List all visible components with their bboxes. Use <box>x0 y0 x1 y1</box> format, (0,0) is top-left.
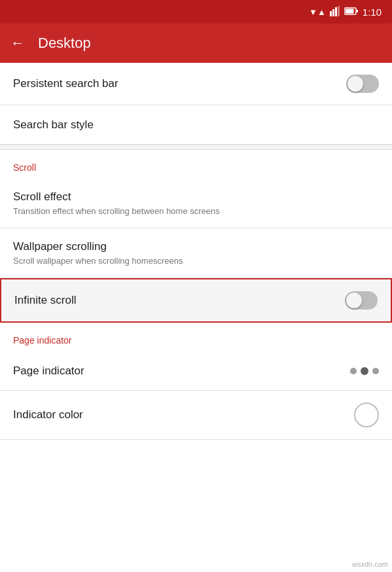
wifi-icon: ▼▲ <box>309 7 326 17</box>
settings-content: Persistent search bar Search bar style S… <box>0 63 392 440</box>
infinite-scroll-toggle-thumb <box>346 293 362 308</box>
search-bar-style-row[interactable]: Search bar style <box>0 105 392 145</box>
status-bar: ▼▲ 1:10 <box>0 0 392 24</box>
toggle-thumb <box>347 76 363 92</box>
svg-rect-0 <box>330 11 332 16</box>
dot-1 <box>350 368 357 374</box>
persistent-search-bar-label: Persistent search bar <box>13 77 118 90</box>
section-divider-1 <box>0 145 392 150</box>
infinite-scroll-toggle[interactable] <box>345 291 378 310</box>
svg-rect-6 <box>356 10 358 12</box>
svg-rect-1 <box>332 9 334 16</box>
wallpaper-scrolling-label: Wallpaper scrolling <box>13 240 183 253</box>
scroll-effect-row[interactable]: Scroll effect Transition effect when scr… <box>0 179 392 228</box>
wallpaper-scrolling-sub: Scroll wallpaper when scrolling homescre… <box>13 256 183 266</box>
battery-icon <box>344 7 359 18</box>
indicator-color-label: Indicator color <box>13 408 83 421</box>
page-indicator-label: Page indicator <box>13 365 84 378</box>
scroll-section-header: Scroll <box>0 150 392 179</box>
status-icons: ▼▲ 1:10 <box>309 6 382 18</box>
svg-rect-2 <box>335 7 337 16</box>
scroll-header-text: Scroll <box>13 162 36 173</box>
svg-rect-5 <box>345 9 353 13</box>
infinite-scroll-row[interactable]: Infinite scroll <box>0 278 392 323</box>
status-time: 1:10 <box>363 7 382 18</box>
wallpaper-scrolling-row[interactable]: Wallpaper scrolling Scroll wallpaper whe… <box>0 228 392 278</box>
indicator-color-circle[interactable] <box>354 402 379 427</box>
scroll-effect-label: Scroll effect <box>13 190 220 204</box>
dot-2 <box>361 367 368 375</box>
scroll-effect-text: Scroll effect Transition effect when scr… <box>13 190 220 216</box>
wallpaper-scrolling-text: Wallpaper scrolling Scroll wallpaper whe… <box>13 240 183 266</box>
infinite-scroll-label: Infinite scroll <box>14 294 76 307</box>
persistent-search-bar-toggle[interactable] <box>346 75 379 93</box>
signal-icon <box>330 6 340 18</box>
scroll-effect-sub: Transition effect when scrolling between… <box>13 206 220 216</box>
indicator-color-row[interactable]: Indicator color <box>0 391 392 440</box>
page-indicator-dots <box>350 367 379 375</box>
page-indicator-row[interactable]: Page indicator <box>0 351 392 391</box>
app-bar: ← Desktop <box>0 24 392 63</box>
dot-3 <box>372 368 379 374</box>
page-indicator-header-text: Page indicator <box>13 335 72 346</box>
svg-rect-3 <box>338 6 340 16</box>
watermark: wsxdn.com <box>352 560 388 568</box>
search-bar-style-label: Search bar style <box>13 118 94 132</box>
back-button[interactable]: ← <box>10 35 25 52</box>
page-indicator-section-header: Page indicator <box>0 323 392 351</box>
app-bar-title: Desktop <box>38 35 91 52</box>
persistent-search-bar-row[interactable]: Persistent search bar <box>0 63 392 105</box>
